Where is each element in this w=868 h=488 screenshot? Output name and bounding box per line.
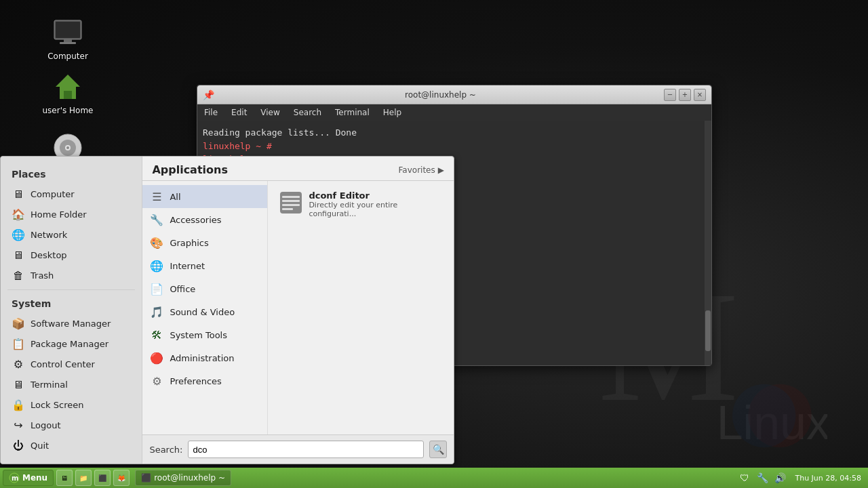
search-input[interactable] <box>188 441 424 458</box>
category-preferences-label: Preferences <box>170 376 221 386</box>
app-item-dconf[interactable]: dconf Editor Directly edit your entire c… <box>273 186 448 222</box>
taskbar-terminal-window[interactable]: ⬛ root@linuxhelp ~ <box>135 470 231 486</box>
places-title: Places <box>1 165 142 184</box>
category-system-tools[interactable]: 🛠 System Tools <box>142 323 267 346</box>
app-menu: Places 🖥 Computer 🏠 Home Folder 🌐 Networ… <box>0 156 454 464</box>
system-item-packages[interactable]: 📋 Package Manager <box>1 333 142 354</box>
apps-header: Applications Favorites ▶ <box>142 157 454 181</box>
tray-network-icon[interactable]: 🛡 <box>738 471 751 485</box>
svg-rect-14 <box>280 192 302 214</box>
desktop-icon-computer[interactable]: Computer <box>37 14 98 64</box>
category-graphics-label: Graphics <box>170 238 208 248</box>
terminal-close-btn[interactable]: × <box>694 89 706 101</box>
terminal-scrollbar[interactable] <box>705 121 711 365</box>
svg-text:m: m <box>12 474 18 482</box>
trash-icon: 🗑 <box>12 268 25 282</box>
places-item-network[interactable]: 🌐 Network <box>1 224 142 245</box>
packages-icon: 📋 <box>12 337 25 350</box>
terminal-minimize-btn[interactable]: − <box>664 89 676 101</box>
category-internet-label: Internet <box>170 261 205 271</box>
terminal-menu-search[interactable]: Search <box>291 106 324 119</box>
svg-rect-5 <box>56 22 80 38</box>
places-item-trash-label: Trash <box>31 270 54 281</box>
places-item-network-label: Network <box>31 230 67 240</box>
svg-rect-9 <box>64 91 72 99</box>
administration-icon: 🔴 <box>149 350 164 365</box>
dconf-name: dconf Editor <box>309 190 443 201</box>
svg-rect-6 <box>64 39 72 42</box>
category-preferences[interactable]: ⚙ Preferences <box>142 369 267 392</box>
accessories-icon: 🔧 <box>149 212 164 227</box>
system-item-software[interactable]: 📦 Software Manager <box>1 313 142 333</box>
taskbar-window-label: root@linuxhelp ~ <box>154 473 225 483</box>
category-all[interactable]: ☰ All <box>142 185 267 208</box>
system-item-control-label: Control Center <box>31 359 95 369</box>
tray-update-icon[interactable]: 🔧 <box>755 471 769 485</box>
terminal-menu-view[interactable]: View <box>258 106 282 119</box>
favorites-link[interactable]: Favorites ▶ <box>399 165 444 175</box>
svg-rect-15 <box>282 196 300 198</box>
terminal-window-title: root@linuxhelp ~ <box>217 90 664 100</box>
terminal-maximize-btn[interactable]: + <box>679 89 691 101</box>
taskbar-menu-button[interactable]: m Menu <box>3 470 54 486</box>
taskbar-tray: 🛡 🔧 🔊 Thu Jun 28, 04:58 <box>738 471 865 485</box>
system-item-logout[interactable]: ↪ Logout <box>1 415 142 435</box>
category-all-label: All <box>170 192 180 202</box>
left-panel: Places 🖥 Computer 🏠 Home Folder 🌐 Networ… <box>1 157 142 464</box>
computer-icon: 🖥 <box>12 187 25 201</box>
desktop: M LinuxHelp Computer user's Home <box>0 0 868 488</box>
search-label: Search: <box>149 445 182 455</box>
svg-rect-18 <box>282 208 293 210</box>
graphics-icon: 🎨 <box>149 235 164 250</box>
taskbar-files-btn[interactable]: 📁 <box>75 470 92 486</box>
terminal-menu-help[interactable]: Help <box>380 106 404 119</box>
system-item-quit[interactable]: ⏻ Quit <box>1 435 142 455</box>
svg-point-13 <box>66 146 69 149</box>
places-item-desktop[interactable]: 🖥 Desktop <box>1 245 142 265</box>
desktop-icon-home-label: user's Home <box>43 106 94 115</box>
category-administration[interactable]: 🔴 Administration <box>142 346 267 369</box>
places-item-trash[interactable]: 🗑 Trash <box>1 265 142 285</box>
svg-point-3 <box>732 384 795 447</box>
search-button[interactable]: 🔍 <box>429 441 447 458</box>
taskbar-show-desktop-btn[interactable]: 🖥 <box>56 470 73 486</box>
system-item-lockscreen[interactable]: 🔒 Lock Screen <box>1 394 142 415</box>
places-item-computer[interactable]: 🖥 Computer <box>1 184 142 204</box>
system-item-terminal[interactable]: 🖥 Terminal <box>1 374 142 394</box>
apps-list: dconf Editor Directly edit your entire c… <box>268 181 454 434</box>
system-item-packages-label: Package Manager <box>31 339 108 349</box>
home-icon: 🏠 <box>12 207 25 221</box>
logout-icon: ↪ <box>12 418 25 432</box>
search-bar: Search: 🔍 <box>142 434 454 464</box>
category-office[interactable]: 📄 Office <box>142 277 267 300</box>
category-sound-video[interactable]: 🎵 Sound & Video <box>142 300 267 323</box>
category-internet[interactable]: 🌐 Internet <box>142 254 267 277</box>
software-icon: 📦 <box>12 317 25 330</box>
category-accessories-label: Accessories <box>170 215 221 225</box>
terminal-menu-terminal[interactable]: Terminal <box>332 106 372 119</box>
category-graphics[interactable]: 🎨 Graphics <box>142 231 267 254</box>
svg-rect-7 <box>60 42 76 44</box>
category-accessories[interactable]: 🔧 Accessories <box>142 208 267 231</box>
terminal-menu-file[interactable]: File <box>201 106 220 119</box>
taskbar-terminal-btn[interactable]: ⬛ <box>94 470 111 486</box>
places-item-computer-label: Computer <box>31 189 75 199</box>
desktop-icon-home[interactable]: user's Home <box>37 68 98 118</box>
tray-sound-icon[interactable]: 🔊 <box>773 471 787 485</box>
system-item-quit-label: Quit <box>31 441 49 451</box>
network-icon: 🌐 <box>12 228 25 241</box>
category-system-tools-label: System Tools <box>170 330 227 340</box>
categories-panel: ☰ All 🔧 Accessories 🎨 Graphics 🌐 <box>142 181 268 434</box>
system-item-control[interactable]: ⚙ Control Center <box>1 354 142 374</box>
svg-rect-17 <box>282 204 300 206</box>
taskbar-terminal-icon: ⬛ <box>141 473 151 483</box>
system-item-logout-label: Logout <box>31 420 61 430</box>
preferences-icon: ⚙ <box>149 373 164 388</box>
terminal-menubar: File Edit View Search Terminal Help <box>197 104 711 121</box>
terminal-scrollthumb[interactable] <box>705 310 711 351</box>
terminal-menu-edit[interactable]: Edit <box>229 106 250 119</box>
apps-panel: Applications Favorites ▶ ☰ All <box>142 157 454 464</box>
places-item-home[interactable]: 🏠 Home Folder <box>1 204 142 224</box>
favorites-label: Favorites <box>399 165 435 175</box>
taskbar-browser-btn[interactable]: 🦊 <box>113 470 130 486</box>
